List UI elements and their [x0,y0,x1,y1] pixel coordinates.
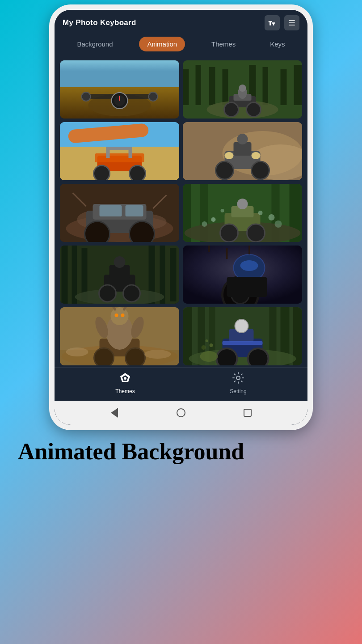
svg-point-35 [130,165,146,180]
recents-square-icon [244,409,252,417]
app-title: My Photo Keyboard [63,18,136,27]
tab-background[interactable]: Background [69,37,121,51]
scene-decor-1 [60,60,179,119]
phone-outer: My Photo Keyboard T T [49,4,313,430]
svg-point-128 [248,348,269,365]
atv-scene-svg-6 [183,184,302,242]
atv-scene-svg-4 [183,122,302,180]
svg-point-133 [210,343,213,347]
svg-point-49 [237,134,248,144]
atv-scene-svg-9 [60,307,179,365]
bottom-nav: Themes Setting [55,367,307,401]
svg-point-10 [149,92,158,101]
scene-decor-8 [183,246,302,304]
system-nav-bar [55,401,307,425]
bottom-text-area: Animated Background [0,438,362,465]
grid-item-3[interactable] [60,122,179,180]
nav-setting-button[interactable]: Setting [230,372,246,394]
svg-rect-20 [263,67,268,105]
svg-text:T: T [269,21,272,26]
svg-rect-16 [196,65,201,105]
animated-bg-title: Animated Background [18,438,344,465]
font-size-icon: T T [268,18,277,27]
svg-point-47 [252,161,269,179]
grid-item-2[interactable] [183,60,302,119]
svg-point-70 [247,224,265,242]
svg-rect-98 [227,277,267,297]
grid-item-4[interactable] [183,122,302,180]
svg-rect-56 [100,205,122,216]
grid-item-5[interactable] [60,184,179,242]
scene-decor-6 [183,184,302,242]
svg-rect-92 [60,246,179,304]
svg-point-111 [111,307,129,325]
grid-item-8[interactable] [183,246,302,304]
grid-item-9[interactable] [60,307,179,365]
svg-rect-131 [223,341,263,345]
svg-point-76 [258,211,263,215]
svg-point-72 [237,199,248,209]
grid-item-10[interactable] [183,307,302,365]
back-triangle-icon [111,408,118,418]
svg-point-58 [85,221,110,242]
back-button[interactable] [109,407,120,419]
svg-rect-15 [183,69,189,105]
atv-scene-svg-5 [60,184,179,242]
phone-wrapper: My Photo Keyboard T T [49,4,313,430]
svg-rect-17 [209,67,215,105]
nav-themes-button[interactable]: Themes [115,372,135,394]
svg-rect-39 [106,147,132,150]
animation-grid [55,57,307,367]
svg-point-44 [225,152,234,159]
svg-rect-5 [60,60,179,87]
svg-point-107 [126,348,145,365]
atv-scene-svg-3 [60,122,179,180]
grid-item-1[interactable] [60,60,179,119]
menu-icon [287,18,296,27]
svg-rect-22 [294,65,302,105]
scene-decor-7 [60,246,179,304]
grid-item-7[interactable] [60,246,179,304]
svg-point-97 [240,260,258,271]
home-circle-icon [177,408,185,417]
svg-rect-57 [126,205,143,216]
scene-decor-3 [60,122,179,180]
header-bar: My Photo Keyboard T T [55,10,307,34]
tab-themes[interactable]: Themes [203,37,244,51]
atv-scene-svg-7 [60,246,179,304]
recents-button[interactable] [242,407,253,419]
phone-screen: My Photo Keyboard T T [55,10,307,425]
svg-point-29 [239,85,246,92]
svg-point-75 [221,209,224,212]
svg-point-138 [124,377,126,380]
scene-decor-4 [183,122,302,180]
tab-keys[interactable]: Keys [262,37,293,51]
themes-nav-label: Themes [115,388,135,394]
scene-decor-9 [60,307,179,365]
tab-animation[interactable]: Animation [139,37,185,51]
tab-bar: Background Animation Themes Keys [55,34,307,57]
scene-decor-2 [183,60,302,119]
svg-point-46 [216,161,234,179]
svg-point-134 [206,339,208,342]
svg-point-130 [235,319,248,333]
home-button[interactable] [175,407,187,419]
svg-point-116 [66,347,88,356]
svg-point-132 [200,351,218,362]
svg-point-26 [247,102,261,117]
atv-scene-svg-2 [183,60,302,119]
svg-point-25 [224,102,239,117]
font-size-button[interactable]: T T [265,15,280,30]
grid-item-6[interactable] [183,184,302,242]
setting-nav-label: Setting [230,388,246,394]
svg-point-127 [217,348,237,365]
svg-rect-18 [223,69,228,105]
menu-button[interactable] [284,15,299,30]
svg-rect-36 [95,153,144,162]
pentagon-svg [119,372,131,384]
svg-text:T: T [273,22,275,26]
svg-point-69 [220,224,238,242]
themes-pentagon-icon [119,372,131,386]
atv-scene-svg-1 [60,60,179,119]
svg-point-59 [130,221,155,242]
